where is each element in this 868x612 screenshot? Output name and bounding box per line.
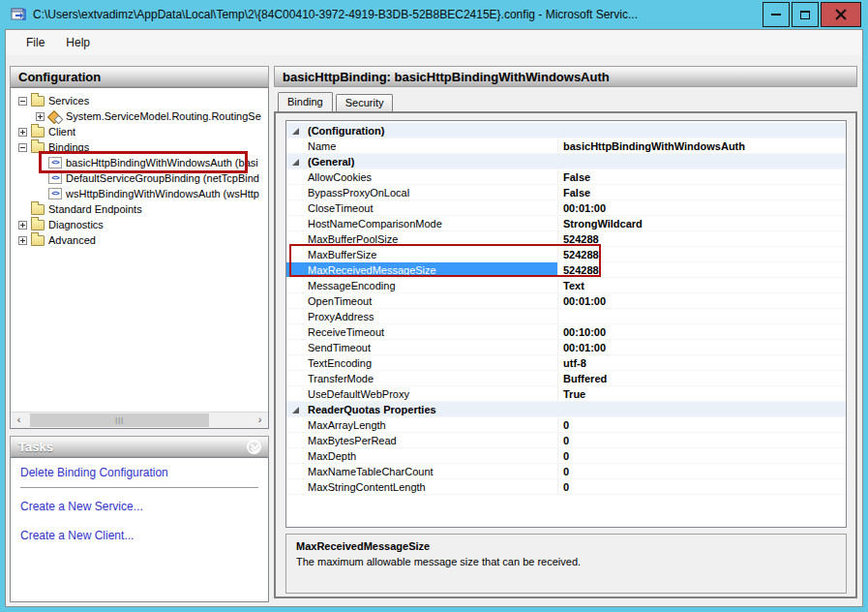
tree-item-routing-service[interactable]: System.ServiceModel.Routing.RoutingSe bbox=[11, 108, 268, 124]
grid-row-receivetimeout[interactable]: ReceiveTimeout00:10:00 bbox=[286, 324, 846, 340]
titlebar: C:\Users\extvadimz\AppData\Local\Temp\2\… bbox=[5, 0, 863, 29]
grid-row-allowcookies[interactable]: AllowCookiesFalse bbox=[286, 169, 846, 185]
expand-expander-icon[interactable] bbox=[18, 236, 27, 245]
app-icon bbox=[11, 7, 27, 22]
grid-row-maxnametablecharcount[interactable]: MaxNameTableCharCount0 bbox=[286, 464, 846, 479]
scrollbar-thumb[interactable]: ||| bbox=[30, 413, 209, 427]
tree-item-defaultservicegroupbinding[interactable]: DefaultServiceGroupBinding (netTcpBind bbox=[11, 170, 268, 186]
grid-category-row[interactable]: ReaderQuotas Properties bbox=[286, 402, 846, 417]
description-text: The maximum allowable message size that … bbox=[296, 556, 836, 567]
expand-expander-icon[interactable] bbox=[18, 128, 27, 137]
property-grid: (Configuration) NamebasicHttpBindingWith… bbox=[285, 120, 847, 528]
maximize-button[interactable] bbox=[792, 2, 819, 27]
folder-icon bbox=[31, 96, 45, 107]
folder-icon bbox=[31, 127, 45, 138]
grid-row-maxreceivedmessagesize[interactable]: MaxReceivedMessageSize524288 bbox=[286, 262, 846, 278]
folder-icon bbox=[31, 142, 45, 153]
grid-row-textencoding[interactable]: TextEncodingutf-8 bbox=[286, 355, 846, 371]
tasks-header: Tasks bbox=[10, 436, 269, 457]
tree-item-diagnostics[interactable]: Diagnostics bbox=[11, 217, 268, 232]
create-new-client-link[interactable]: Create a New Client... bbox=[20, 529, 258, 542]
close-button[interactable] bbox=[821, 2, 861, 27]
grid-row-maxbytesperread[interactable]: MaxBytesPerRead0 bbox=[286, 433, 846, 448]
collapse-expander-icon[interactable] bbox=[18, 143, 27, 152]
tree-item-wshttpbinding[interactable]: wsHttpBindingWithWindowsAuth (wsHttp bbox=[11, 186, 268, 201]
delete-binding-configuration-link[interactable]: Delete Binding Configuration bbox=[20, 466, 258, 479]
category-expanded-icon[interactable] bbox=[292, 128, 299, 135]
service-icon bbox=[48, 110, 62, 123]
description-title: MaxReceivedMessageSize bbox=[296, 540, 836, 552]
menu-file[interactable]: File bbox=[15, 31, 55, 54]
maximize-icon bbox=[800, 11, 810, 19]
collapse-expander-icon[interactable] bbox=[18, 97, 27, 106]
scroll-right-arrow-icon[interactable]: › bbox=[252, 413, 268, 428]
window-title: C:\Users\extvadimz\AppData\Local\Temp\2\… bbox=[33, 8, 761, 21]
tree-item-basichttpbinding[interactable]: basicHttpBindingWithWindowsAuth (basi bbox=[11, 155, 268, 170]
tree-horizontal-scrollbar[interactable]: ‹ ||| › bbox=[11, 412, 268, 428]
folder-icon bbox=[31, 220, 45, 230]
workspace: Configuration Services System.ServiceMod… bbox=[6, 55, 862, 606]
minimize-button[interactable] bbox=[763, 2, 790, 27]
grid-row-maxdepth[interactable]: MaxDepth0 bbox=[286, 448, 846, 464]
tree-item-advanced[interactable]: Advanced bbox=[11, 232, 268, 248]
grid-row-messageencoding[interactable]: MessageEncodingText bbox=[286, 278, 846, 293]
category-expanded-icon[interactable] bbox=[292, 159, 299, 166]
tree-item-client[interactable]: Client bbox=[11, 124, 268, 139]
tree-item-services[interactable]: Services bbox=[11, 93, 268, 108]
tree-item-bindings[interactable]: Bindings bbox=[11, 139, 268, 155]
grid-row-name[interactable]: NamebasicHttpBindingWithWindowsAuth bbox=[286, 138, 846, 154]
expand-expander-icon[interactable] bbox=[18, 221, 27, 230]
tab-binding[interactable]: Binding bbox=[278, 92, 333, 111]
minimize-icon bbox=[771, 14, 781, 15]
text-caret bbox=[600, 264, 601, 276]
grid-row-hostnamecomparisonmode[interactable]: HostNameComparisonModeStrongWildcard bbox=[286, 216, 846, 231]
binding-tab-page: (Configuration) NamebasicHttpBindingWith… bbox=[274, 111, 857, 598]
binding-page-title: basicHttpBinding: basicHttpBindingWithWi… bbox=[274, 66, 857, 87]
configuration-tree: Services System.ServiceModel.Routing.Rou… bbox=[10, 87, 269, 429]
binding-icon bbox=[48, 172, 62, 184]
folder-icon bbox=[31, 204, 45, 215]
grid-row-closetimeout[interactable]: CloseTimeout00:01:00 bbox=[286, 200, 846, 216]
grid-row-proxyaddress[interactable]: ProxyAddress bbox=[286, 309, 846, 324]
grid-category-row[interactable]: (Configuration) bbox=[286, 123, 846, 138]
client-area: File Help Configuration Services Sys bbox=[5, 29, 863, 607]
collapse-panel-chevron-icon[interactable] bbox=[247, 440, 261, 454]
folder-icon bbox=[31, 235, 45, 246]
expand-expander-icon[interactable] bbox=[36, 112, 45, 121]
grid-row-maxstringcontentlength[interactable]: MaxStringContentLength0 bbox=[286, 479, 846, 495]
grid-row-sendtimeout[interactable]: SendTimeout00:01:00 bbox=[286, 340, 846, 355]
close-icon bbox=[834, 8, 848, 21]
menu-bar: File Help bbox=[6, 30, 862, 55]
tasks-panel: Delete Binding Configuration Create a Ne… bbox=[10, 457, 269, 602]
property-description-panel: MaxReceivedMessageSize The maximum allow… bbox=[285, 534, 847, 594]
grid-row-maxbufferpoolsize[interactable]: MaxBufferPoolSize524288 bbox=[286, 231, 846, 247]
scroll-left-arrow-icon[interactable]: ‹ bbox=[11, 413, 27, 428]
tab-security[interactable]: Security bbox=[336, 94, 394, 111]
grid-row-maxarraylength[interactable]: MaxArrayLength0 bbox=[286, 417, 846, 433]
binding-icon bbox=[48, 188, 62, 199]
grid-row-maxbuffersize[interactable]: MaxBufferSize524288 bbox=[286, 247, 846, 262]
grid-category-row[interactable]: (General) bbox=[286, 154, 846, 169]
create-new-service-link[interactable]: Create a New Service... bbox=[20, 500, 258, 513]
grid-row-transfermode[interactable]: TransferModeBuffered bbox=[286, 371, 846, 386]
binding-icon bbox=[48, 157, 62, 168]
configuration-header: Configuration bbox=[10, 66, 269, 87]
grid-row-bypassproxyonlocal[interactable]: BypassProxyOnLocalFalse bbox=[286, 185, 846, 200]
menu-help[interactable]: Help bbox=[55, 31, 101, 54]
tab-strip: Binding Security bbox=[278, 92, 396, 111]
category-expanded-icon[interactable] bbox=[292, 407, 299, 413]
tree-item-standard-endpoints[interactable]: Standard Endpoints bbox=[11, 201, 268, 217]
grid-row-usedefaultwebproxy[interactable]: UseDefaultWebProxyTrue bbox=[286, 386, 846, 402]
app-window: C:\Users\extvadimz\AppData\Local\Temp\2\… bbox=[0, 0, 868, 612]
tasks-separator bbox=[20, 487, 258, 488]
grid-row-opentimeout[interactable]: OpenTimeout00:01:00 bbox=[286, 293, 846, 309]
